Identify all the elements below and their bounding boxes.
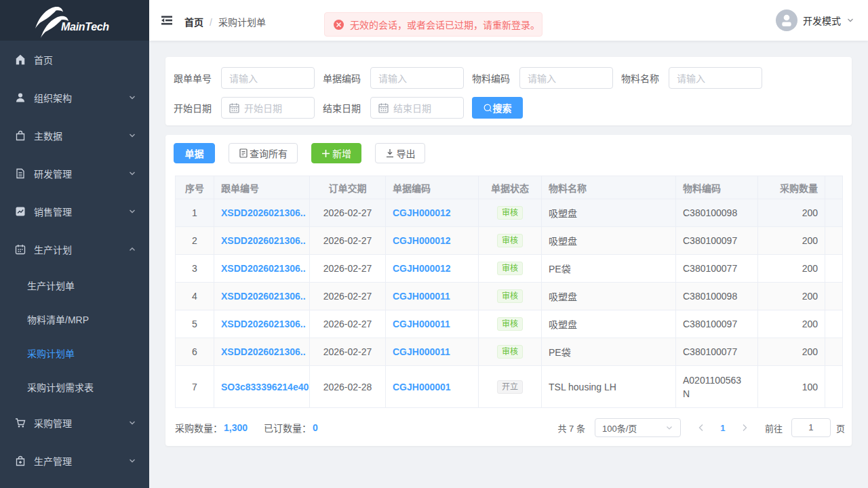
svg-text:MainTech: MainTech <box>61 21 109 33</box>
